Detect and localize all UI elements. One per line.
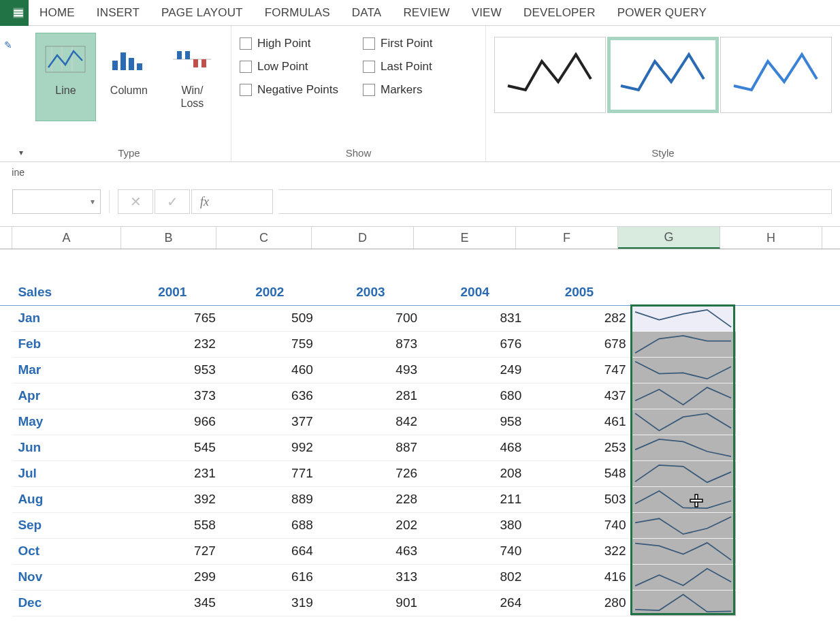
table-header-year[interactable]: 2003: [319, 279, 423, 305]
data-cell[interactable]: 953: [124, 357, 221, 383]
sparkline-style-1[interactable]: [494, 37, 606, 113]
spreadsheet-grid[interactable]: Sales20012002200320042005Jan765509700831…: [0, 249, 840, 616]
data-cell[interactable]: 461: [527, 409, 631, 435]
sparkline-cell[interactable]: [631, 486, 735, 512]
data-cell[interactable]: 765: [124, 305, 221, 331]
data-cell[interactable]: 264: [423, 590, 527, 616]
cancel-formula-button[interactable]: ✕: [118, 189, 153, 214]
data-cell[interactable]: 282: [527, 305, 631, 331]
check-high-point[interactable]: High Point: [240, 37, 338, 50]
check-last-point[interactable]: Last Point: [363, 60, 433, 74]
sparkline-cell[interactable]: [631, 331, 735, 357]
check-negative-points[interactable]: Negative Points: [240, 83, 338, 97]
data-cell[interactable]: 676: [423, 331, 527, 357]
table-header-year[interactable]: 2002: [221, 279, 319, 305]
data-cell[interactable]: 688: [221, 512, 319, 538]
data-cell[interactable]: 208: [423, 460, 527, 486]
data-cell[interactable]: 700: [319, 305, 423, 331]
table-header-year[interactable]: 2004: [423, 279, 527, 305]
sparkline-cell[interactable]: [631, 460, 735, 486]
data-cell[interactable]: 202: [319, 512, 423, 538]
data-cell[interactable]: 740: [527, 512, 631, 538]
row-label[interactable]: Oct: [12, 538, 123, 564]
row-label[interactable]: Dec: [12, 590, 123, 616]
data-cell[interactable]: 377: [221, 409, 319, 435]
tab-insert[interactable]: INSERT: [86, 0, 150, 26]
data-cell[interactable]: 319: [221, 590, 319, 616]
data-cell[interactable]: 228: [319, 486, 423, 512]
data-cell[interactable]: 889: [221, 486, 319, 512]
data-cell[interactable]: 842: [319, 409, 423, 435]
data-cell[interactable]: 437: [527, 383, 631, 409]
check-low-point[interactable]: Low Point: [240, 60, 338, 74]
data-cell[interactable]: 345: [124, 590, 221, 616]
row-label[interactable]: Jan: [12, 305, 123, 331]
row-label[interactable]: May: [12, 409, 123, 435]
tab-review[interactable]: REVIEW: [392, 0, 460, 26]
edit-data-icon[interactable]: ✎: [4, 40, 23, 50]
sparkline-type-winloss-button[interactable]: Win/ Loss: [162, 33, 223, 121]
tab-formulas[interactable]: FORMULAS: [254, 0, 341, 26]
data-cell[interactable]: 463: [319, 538, 423, 564]
tab-page-layout[interactable]: PAGE LAYOUT: [150, 0, 254, 26]
data-cell[interactable]: 373: [124, 383, 221, 409]
data-cell[interactable]: 873: [319, 331, 423, 357]
row-label[interactable]: Mar: [12, 357, 123, 383]
name-box-dropdown-icon[interactable]: ▾: [91, 197, 95, 206]
sparkline-cell[interactable]: [631, 590, 735, 616]
edit-data-dropdown-icon[interactable]: ▾: [19, 148, 23, 157]
table-header-year[interactable]: 2005: [527, 279, 631, 305]
data-cell[interactable]: 460: [221, 357, 319, 383]
data-cell[interactable]: 253: [527, 435, 631, 460]
data-cell[interactable]: 558: [124, 512, 221, 538]
data-cell[interactable]: 392: [124, 486, 221, 512]
tab-data[interactable]: DATA: [341, 0, 393, 26]
data-cell[interactable]: 380: [423, 512, 527, 538]
data-cell[interactable]: 958: [423, 409, 527, 435]
sparkline-type-line-button[interactable]: Line: [35, 33, 96, 121]
data-cell[interactable]: 232: [124, 331, 221, 357]
data-cell[interactable]: 509: [221, 305, 319, 331]
column-header-c[interactable]: C: [216, 227, 312, 249]
sparkline-cell[interactable]: [631, 383, 735, 409]
fx-label[interactable]: fx: [191, 189, 273, 214]
check-first-point[interactable]: First Point: [363, 37, 433, 50]
data-cell[interactable]: 726: [319, 460, 423, 486]
data-cell[interactable]: 280: [527, 590, 631, 616]
column-header-a[interactable]: A: [12, 227, 121, 249]
data-cell[interactable]: 468: [423, 435, 527, 460]
data-cell[interactable]: 249: [423, 357, 527, 383]
column-header-h[interactable]: H: [720, 227, 822, 249]
row-label[interactable]: Feb: [12, 331, 123, 357]
data-cell[interactable]: 416: [527, 564, 631, 590]
data-cell[interactable]: 299: [124, 564, 221, 590]
column-header-b[interactable]: B: [121, 227, 216, 249]
data-cell[interactable]: 636: [221, 383, 319, 409]
data-cell[interactable]: 759: [221, 331, 319, 357]
formula-input[interactable]: [278, 189, 832, 214]
tab-power-query[interactable]: POWER QUERY: [607, 0, 717, 26]
file-tab[interactable]: [0, 0, 29, 26]
data-cell[interactable]: 992: [221, 435, 319, 460]
column-header-f[interactable]: F: [516, 227, 618, 249]
tab-developer[interactable]: DEVELOPER: [513, 0, 607, 26]
data-cell[interactable]: 313: [319, 564, 423, 590]
data-cell[interactable]: 616: [221, 564, 319, 590]
data-cell[interactable]: 678: [527, 331, 631, 357]
sparkline-cell[interactable]: [631, 305, 735, 331]
sparkline-cell[interactable]: [631, 538, 735, 564]
data-cell[interactable]: 664: [221, 538, 319, 564]
data-cell[interactable]: 747: [527, 357, 631, 383]
data-cell[interactable]: 231: [124, 460, 221, 486]
sparkline-style-2[interactable]: [607, 37, 719, 113]
data-cell[interactable]: 831: [423, 305, 527, 331]
check-markers[interactable]: Markers: [363, 83, 433, 97]
row-label[interactable]: Jun: [12, 435, 123, 460]
data-cell[interactable]: 503: [527, 486, 631, 512]
row-label[interactable]: Aug: [12, 486, 123, 512]
column-header-g[interactable]: G: [618, 227, 720, 249]
data-cell[interactable]: 493: [319, 357, 423, 383]
table-header-label[interactable]: Sales: [12, 279, 123, 305]
data-cell[interactable]: 545: [124, 435, 221, 460]
row-label[interactable]: Nov: [12, 564, 123, 590]
